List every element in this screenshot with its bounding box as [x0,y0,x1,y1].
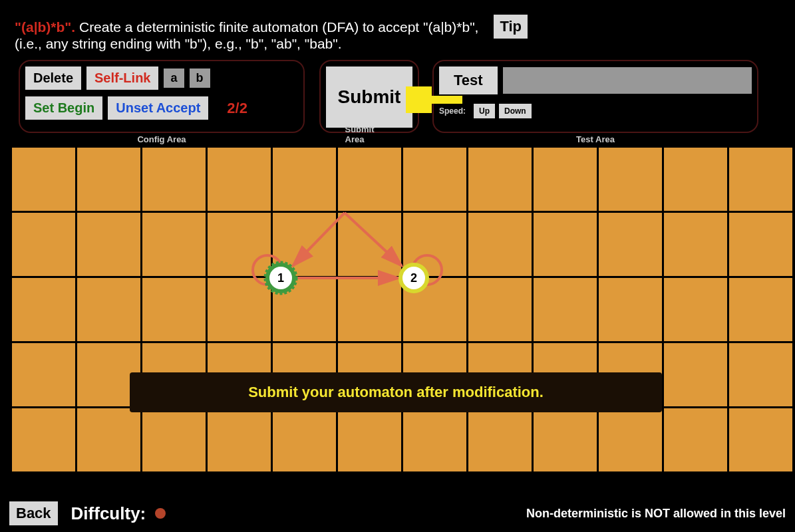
grid-cell[interactable] [208,213,271,276]
submit-button[interactable]: Submit [326,66,412,128]
grid-cell[interactable] [273,148,336,211]
grid-cell[interactable] [599,278,662,341]
grid-cell[interactable] [12,278,75,341]
grid-cell[interactable] [12,408,75,471]
grid-cell[interactable] [468,278,532,341]
config-area-label: Config Area [137,134,186,144]
grid-cell[interactable] [468,213,532,276]
tip-button[interactable]: Tip [494,15,528,39]
submit-area-label: Submit Area [345,124,394,144]
grid-cell[interactable] [468,408,532,471]
test-input[interactable] [503,67,752,94]
grid-cell[interactable] [534,148,597,211]
grid-cell[interactable] [403,213,466,276]
grid-cell[interactable] [599,408,662,471]
grid-cell[interactable] [338,213,401,276]
test-area-label: Test Area [576,134,615,144]
grid-cell[interactable] [273,213,336,276]
grid-cell[interactable] [338,408,401,471]
difficulty-dot-icon [155,508,166,519]
grid-cell[interactable] [77,213,140,276]
alphabet-a-button[interactable]: a [164,68,184,88]
grid-cell[interactable] [403,278,466,341]
grid-cell[interactable] [664,278,727,341]
grid-cell[interactable] [77,148,140,211]
grid[interactable] [12,148,784,484]
grid-cell[interactable] [338,148,401,211]
footer-note: Non-deterministic is NOT allowed in this… [526,507,786,521]
selflink-button[interactable]: Self-Link [86,66,158,90]
grid-cell[interactable] [403,408,466,471]
difficulty-label: Diffculty: [71,503,166,524]
delete-button[interactable]: Delete [25,66,81,90]
grid-cell[interactable] [208,148,271,211]
grid-cell[interactable] [208,278,271,341]
hint-banner: Submit your automaton after modification… [130,372,662,412]
grid-cell[interactable] [273,278,336,341]
grid-cell[interactable] [12,343,75,406]
instruction-line2: (i.e., any string ending with "b"), e.g.… [15,36,342,51]
grid-cell[interactable] [142,148,206,211]
alphabet-b-button[interactable]: b [190,68,210,88]
grid-cell[interactable] [534,408,597,471]
speed-down-button[interactable]: Down [499,104,532,118]
grid-cell[interactable] [664,148,727,211]
grid-cell[interactable] [729,343,792,406]
grid-cell[interactable] [77,278,140,341]
instruction-line1: Create a deterministic finite automaton … [75,19,478,35]
submit-panel: Submit Submit Area [319,60,419,133]
grid-cell[interactable] [142,213,206,276]
grid-cell[interactable] [338,278,401,341]
grid-cell[interactable] [729,213,792,276]
set-begin-button[interactable]: Set Begin [25,96,102,120]
grid-cell[interactable] [142,408,206,471]
grid-cell[interactable] [208,408,271,471]
grid-cell[interactable] [142,278,206,341]
grid-cell[interactable] [534,213,597,276]
grid-cell[interactable] [664,213,727,276]
grid-cell[interactable] [599,213,662,276]
grid-cell[interactable] [729,408,792,471]
grid-cell[interactable] [664,408,727,471]
speed-label: Speed: [439,106,466,116]
grid-cell[interactable] [534,278,597,341]
instruction-text: "(a|b)*b". Create a deterministic finite… [15,19,780,52]
instruction-regex: "(a|b)*b". [15,19,75,35]
grid-cell[interactable] [729,278,792,341]
test-panel: Test Speed: Up Down Test Area [432,60,758,133]
grid-cell[interactable] [273,408,336,471]
grid-cell[interactable] [12,213,75,276]
grid-cell[interactable] [599,148,662,211]
test-button[interactable]: Test [439,66,498,94]
grid-cell[interactable] [403,148,466,211]
config-panel: Delete Self-Link a b Set Begin Unset Acc… [19,60,305,133]
grid-cell[interactable] [12,148,75,211]
grid-cell[interactable] [468,148,532,211]
footer: Back Diffculty: Non-deterministic is NOT… [9,501,786,525]
back-button[interactable]: Back [9,501,58,525]
speed-up-button[interactable]: Up [474,104,495,118]
unset-accept-button[interactable]: Unset Accept [108,96,208,120]
grid-cell[interactable] [77,408,140,471]
grid-cell[interactable] [664,343,727,406]
grid-cell[interactable] [729,148,792,211]
state-counter: 2/2 [227,100,247,117]
